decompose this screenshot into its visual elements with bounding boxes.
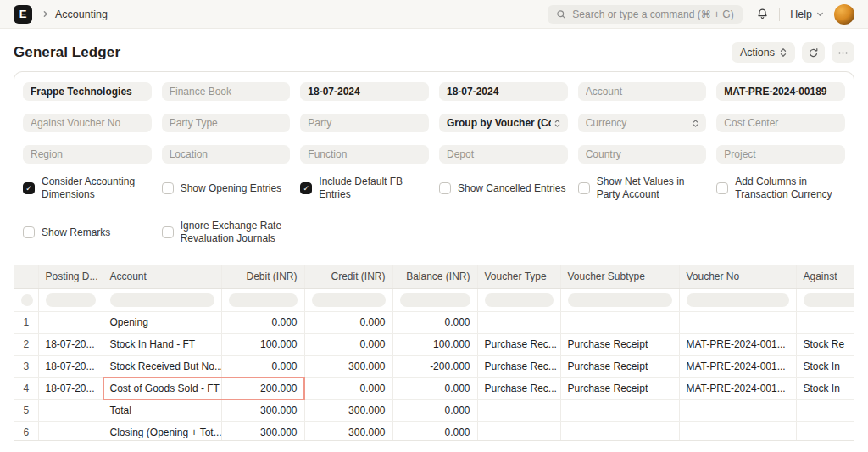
column-header-voucher-no[interactable]: Voucher No [679, 265, 796, 288]
from-date-filter-text: 18-07-2024 [308, 86, 421, 98]
execution-time: Execution Time: 0.013856 sec [719, 447, 843, 449]
cell-account: Stock In Hand - FT [103, 333, 221, 355]
column-filter-voucher-subtype[interactable] [568, 293, 672, 307]
checkbox-checked-icon: ✓ [300, 182, 312, 194]
column-filter-credit-inr[interactable] [312, 293, 386, 307]
column-header-account[interactable]: Account [103, 265, 221, 288]
search-input[interactable]: Search or type a command (⌘ + G) [548, 5, 743, 24]
column-header-voucher-subtype[interactable]: Voucher Subtype [560, 265, 679, 288]
cell-posting-d [38, 399, 103, 421]
cell-index: 2 [14, 333, 38, 355]
checkbox-unchecked-icon [162, 226, 174, 238]
show-cancelled-entries-checkbox[interactable]: Show Cancelled Entries [439, 176, 568, 201]
column-header-credit-inr[interactable]: Credit (INR) [304, 265, 392, 288]
chevron-right-icon [42, 10, 49, 18]
table-row[interactable]: 318-07-20...Stock Received But No...0.00… [14, 355, 854, 377]
show-opening-entries-checkbox[interactable]: Show Opening Entries [162, 176, 291, 201]
cell-against: Stock Re [796, 333, 854, 355]
table-body: 1Opening0.0000.0000.000218-07-20...Stock… [14, 311, 854, 444]
column-filter-voucher-no[interactable] [687, 293, 789, 307]
report-table: Posting D...AccountDebit (INR)Credit (IN… [14, 265, 854, 444]
against-voucher-no-filter[interactable]: Against Voucher No [23, 114, 152, 132]
actions-button[interactable]: Actions [732, 42, 795, 63]
cost-center-filter[interactable]: Cost Center [716, 114, 845, 132]
party-filter-text: Party [308, 117, 421, 129]
checkbox-grid: ✓Consider Accounting DimensionsShow Open… [23, 176, 845, 245]
cell-index: 1 [14, 311, 38, 333]
depot-filter-text: Depot [447, 148, 560, 160]
column-filter-posting-d[interactable] [46, 293, 96, 307]
column-filter-voucher-type[interactable] [485, 293, 554, 307]
comparison-hint: For comparison, use >5, <10 or =324. For… [25, 447, 387, 449]
cell-voucher-subtype [560, 399, 679, 421]
cell-posting-d: 18-07-20... [38, 355, 103, 377]
checkbox-unchecked-icon [578, 182, 590, 194]
currency-filter-text: Currency [586, 117, 690, 129]
country-filter[interactable]: Country [578, 145, 707, 164]
column-filter-balance-inr[interactable] [400, 293, 470, 307]
region-filter[interactable]: Region [23, 145, 152, 164]
table-row[interactable]: 418-07-20...Cost of Goods Sold - FT200.0… [14, 377, 854, 399]
column-header-against[interactable]: Against [796, 265, 854, 288]
party-type-filter[interactable]: Party Type [162, 114, 291, 132]
cell-against: Stock In [796, 377, 854, 399]
function-filter[interactable]: Function [300, 145, 429, 164]
consider-accounting-dimensions-checkbox[interactable]: ✓Consider Accounting Dimensions [23, 176, 152, 201]
cell-voucher-type: Purchase Rec... [477, 333, 560, 355]
column-header-debit-inr[interactable]: Debit (INR) [221, 265, 304, 288]
column-header-posting-d[interactable]: Posting D... [38, 265, 103, 288]
group-by-filter[interactable]: Group by Voucher (Con... [439, 114, 568, 132]
checkbox-label: Ignore Exchange Rate Revaluation Journal… [181, 220, 291, 245]
column-header-index[interactable] [14, 265, 38, 288]
project-filter[interactable]: Project [716, 145, 845, 164]
finance-book-filter[interactable]: Finance Book [162, 82, 291, 101]
cell-balance-inr: 100.000 [392, 333, 477, 355]
voucher-no-filter-text: MAT-PRE-2024-00189 [724, 86, 837, 98]
cell-account: Cost of Goods Sold - FT [103, 377, 221, 399]
party-filter[interactable]: Party [300, 114, 429, 132]
cell-balance-inr: 0.000 [392, 399, 477, 421]
refresh-button[interactable] [802, 42, 825, 63]
location-filter[interactable]: Location [162, 145, 291, 164]
show-net-values-in-party-account-checkbox[interactable]: Show Net Values in Party Account [578, 176, 707, 201]
page-title: General Ledger [14, 44, 120, 61]
erpnext-logo-icon[interactable]: E [14, 5, 32, 24]
user-avatar[interactable] [834, 4, 854, 25]
column-filter-debit-inr[interactable] [229, 293, 298, 307]
table-row[interactable]: 218-07-20...Stock In Hand - FT100.0000.0… [14, 333, 854, 355]
unfold-icon [693, 119, 698, 128]
currency-filter[interactable]: Currency [578, 114, 707, 132]
nav-divider [779, 8, 780, 21]
column-filter-account[interactable] [110, 293, 214, 307]
help-menu[interactable]: Help [790, 8, 824, 20]
help-label: Help [790, 8, 812, 20]
cell-debit-inr: 200.000 [221, 377, 304, 399]
company-filter[interactable]: Frappe Technologies [23, 82, 152, 101]
from-date-filter[interactable]: 18-07-2024 [300, 82, 429, 101]
column-filter-index[interactable] [21, 294, 33, 306]
filter-cell [477, 288, 560, 311]
account-filter[interactable]: Account [578, 82, 707, 101]
table-row[interactable]: 5Total300.000300.0000.000 [14, 399, 854, 421]
column-header-balance-inr[interactable]: Balance (INR) [392, 265, 477, 288]
table-row[interactable]: 1Opening0.0000.0000.000 [14, 311, 854, 333]
unfold-icon [554, 119, 560, 128]
search-placeholder: Search or type a command (⌘ + G) [572, 8, 733, 20]
checkbox-checked-icon: ✓ [23, 182, 35, 194]
report-footer: For comparison, use >5, <10 or =324. For… [14, 440, 854, 449]
voucher-no-filter[interactable]: MAT-PRE-2024-00189 [716, 82, 845, 101]
column-filter-against[interactable] [804, 293, 854, 307]
depot-filter[interactable]: Depot [439, 145, 568, 164]
ignore-exchange-rate-revaluation-journals-checkbox[interactable]: Ignore Exchange Rate Revaluation Journal… [162, 220, 291, 245]
to-date-filter[interactable]: 18-07-2024 [439, 82, 568, 101]
search-icon [556, 9, 566, 20]
project-filter-text: Project [724, 148, 837, 160]
add-columns-in-transaction-currency-checkbox[interactable]: Add Columns in Transaction Currency [716, 176, 845, 201]
breadcrumb[interactable]: Accounting [55, 8, 108, 20]
notifications-bell-icon[interactable] [756, 8, 769, 20]
include-default-fb-entries-checkbox[interactable]: ✓Include Default FB Entries [300, 176, 429, 201]
menu-ellipsis-button[interactable] [832, 42, 854, 63]
column-header-voucher-type[interactable]: Voucher Type [477, 265, 560, 288]
show-remarks-checkbox[interactable]: Show Remarks [23, 220, 152, 245]
cell-credit-inr: 0.000 [304, 311, 392, 333]
